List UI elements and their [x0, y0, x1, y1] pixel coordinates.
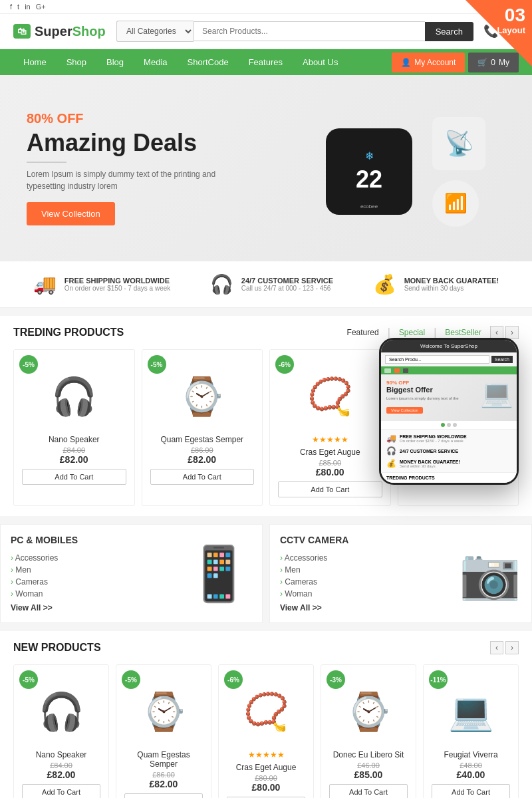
hero-description: Lorem Ipsum is simply dummy text of the …	[27, 168, 239, 192]
category-item[interactable]: Woman	[280, 588, 521, 600]
nav-shortcode[interactable]: ShortCode	[178, 49, 239, 75]
moneyback-icon: 💰	[373, 273, 396, 295]
product-badge: -3%	[327, 670, 345, 689]
view-all-link[interactable]: View All >>	[280, 603, 521, 612]
new-prev-arrow[interactable]: ‹	[490, 641, 503, 654]
product-stars: ★★★★★	[278, 435, 382, 444]
category-info: CCTV CAMERA Accessories Men Cameras Woma…	[280, 535, 521, 612]
phone-header-bar: Welcome To SuperShop	[381, 340, 517, 352]
product-old-price: £86.00	[150, 446, 255, 454]
service-title: 24/7 CUSTOMER SERVICE	[241, 277, 333, 285]
nav-home[interactable]: Home	[13, 49, 57, 75]
add-to-cart-button[interactable]: Add To Cart	[124, 793, 203, 798]
trending-tabs: Featured | Special | BestSeller	[342, 326, 487, 339]
tab-special[interactable]: Special	[394, 326, 430, 339]
add-to-cart-button[interactable]: Add To Cart	[278, 481, 382, 497]
product-price: £82.00	[22, 454, 126, 465]
product-old-price: £85.00	[278, 459, 382, 467]
earbuds-icon: 🎧	[51, 375, 97, 418]
watch2-icon: ⌚	[346, 690, 392, 733]
social-twitter[interactable]: t	[17, 3, 19, 11]
product-price: £40.00	[432, 769, 510, 780]
product-badge: -5%	[19, 355, 38, 374]
nav-features[interactable]: Features	[239, 49, 293, 75]
hero-cta-button[interactable]: View Collection	[27, 202, 115, 225]
category-item[interactable]: Woman	[11, 588, 252, 600]
account-button[interactable]: 👤 My Account	[392, 53, 465, 72]
new-products-section: NEW PRODUCTS ‹ › -5% 🎧 Nano Speaker £84.…	[0, 631, 532, 798]
product-old-price: £86.00	[124, 771, 203, 779]
shipping-icon: 🚚	[33, 273, 57, 295]
product-price: £82.00	[150, 454, 255, 465]
product-card: -5% ⌚ Quam Egestas Semper £86.00 £82.00 …	[142, 349, 263, 506]
categories-phone-area: Welcome To SuperShop Search Produ... Sea…	[0, 524, 532, 623]
category-list: Accessories Men Cameras Woman	[11, 552, 252, 600]
category-item[interactable]: Men	[11, 564, 252, 576]
social-google[interactable]: G+	[36, 3, 46, 11]
add-to-cart-button[interactable]: Add To Cart	[150, 469, 255, 485]
add-to-cart-button[interactable]: Add To Cart	[22, 469, 126, 485]
nav-about[interactable]: About Us	[293, 49, 348, 75]
tab-bestseller[interactable]: BestSeller	[440, 326, 487, 339]
nav-shop[interactable]: Shop	[57, 49, 96, 75]
category-item[interactable]: Cameras	[11, 576, 252, 588]
product-card: -6% 📿 ★★★★★ Cras Eget Augue £85.00 £80.0…	[269, 349, 391, 506]
phone-dots	[381, 421, 517, 429]
category-select[interactable]: All Categories	[116, 21, 194, 42]
new-next-arrow[interactable]: ›	[505, 641, 519, 654]
cart-button[interactable]: 🛒 0 My	[468, 53, 519, 72]
prev-arrow[interactable]: ‹	[490, 326, 503, 339]
categories-row: PC & MOBILES Accessories Men Cameras Wom…	[0, 524, 532, 623]
nav-blog[interactable]: Blog	[96, 49, 134, 75]
band-icon: 📿	[307, 375, 353, 418]
hero-banner: 80% OFF Amazing Deals Lorem Ipsum is sim…	[0, 75, 532, 261]
next-arrow[interactable]: ›	[505, 326, 519, 339]
search-input[interactable]	[194, 21, 425, 41]
logo[interactable]: 🛍 SuperShop	[13, 24, 106, 39]
category-item[interactable]: Men	[280, 564, 521, 576]
add-to-cart-button[interactable]: Add To Cart	[329, 784, 408, 798]
product-card: -3% ⌚ Donec Eu Libero Sit £46.00 £85.00 …	[321, 664, 416, 798]
cctv-category: CCTV CAMERA Accessories Men Cameras Woma…	[269, 524, 532, 623]
shipping-desc: On order over $150 - 7 days a week	[65, 285, 171, 292]
product-image: 📿	[227, 678, 305, 745]
social-facebook[interactable]: f	[10, 3, 12, 11]
product-old-price: £48.00	[432, 761, 510, 769]
product-name: Cras Eget Augue	[227, 763, 305, 772]
features-strip: 🚚 FREE SHIPPING WORLDWIDE On order over …	[0, 261, 532, 308]
product-name: Cras Eget Augue	[278, 448, 382, 457]
product-image: 💻	[432, 678, 510, 745]
logo-icon: 🛍	[13, 24, 31, 39]
new-products-title: NEW PRODUCTS	[13, 642, 101, 654]
product-badge: -5%	[122, 670, 140, 689]
add-to-cart-button[interactable]: Add To Cart	[22, 784, 100, 798]
social-linkedin[interactable]: in	[25, 3, 31, 11]
tab-featured[interactable]: Featured	[342, 326, 384, 339]
phone-features: 🚚 FREE SHIPPING WORLDWIDE On order over …	[381, 429, 517, 472]
trending-header: TREDING PRODUCTS Featured | Special | Be…	[13, 326, 519, 339]
layout-number: 03	[497, 5, 525, 26]
product-price: £82.00	[124, 779, 203, 789]
search-button[interactable]: Search	[425, 22, 473, 41]
phone-trending-label: TREDING PRODUCTS	[381, 472, 517, 483]
category-item[interactable]: Accessories	[11, 552, 252, 564]
product-price: £80.00	[278, 467, 382, 477]
add-to-cart-button[interactable]: Add To Cart	[432, 784, 510, 798]
category-item[interactable]: Accessories	[280, 552, 521, 564]
hero-content: 80% OFF Amazing Deals Lorem Ipsum is sim…	[27, 111, 239, 225]
category-item[interactable]: Cameras	[280, 576, 521, 588]
product-name: Feugiat Viverra	[432, 750, 510, 759]
header: 🛍 SuperShop All Categories Search 📞 No..…	[0, 14, 532, 49]
product-old-price: £80.00	[227, 774, 305, 782]
watch-icon: ⌚	[141, 690, 187, 733]
product-old-price: £84.00	[22, 761, 100, 769]
product-image: ⌚	[329, 678, 408, 745]
moneyback-desc: Send within 30 days	[404, 285, 499, 292]
feature-shipping: 🚚 FREE SHIPPING WORLDWIDE On order over …	[33, 273, 171, 295]
view-all-link[interactable]: View All >>	[11, 603, 252, 612]
watch-icon: ⌚	[179, 375, 225, 418]
service-icon: 🎧	[210, 273, 233, 295]
nav-media[interactable]: Media	[134, 49, 177, 75]
product-image: ⌚	[124, 678, 203, 745]
product-old-price: £46.00	[329, 761, 408, 769]
